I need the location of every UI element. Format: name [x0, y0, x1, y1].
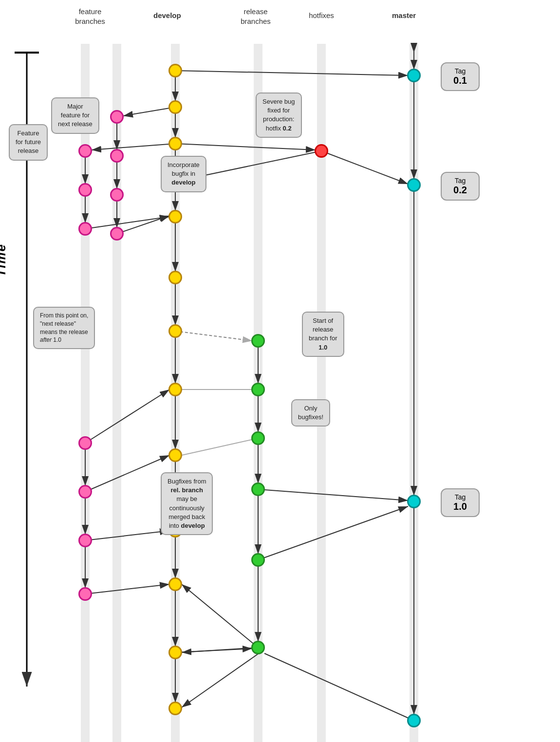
svg-line-59: [264, 653, 414, 721]
feature1-node-3: [78, 222, 92, 236]
svg-line-47: [85, 217, 169, 229]
feature2-node-3: [110, 188, 124, 202]
start-release-bubble: Start ofreleasebranch for1.0: [302, 312, 344, 357]
feature1-node-7: [78, 587, 92, 601]
bugfixes-merged-bubble: Bugfixes fromrel. branchmay becontinuous…: [161, 472, 213, 535]
develop-node-1: [168, 64, 182, 77]
tag-0.1: Tag 0.1: [441, 62, 480, 91]
release-node-1: [251, 334, 265, 348]
svg-line-45: [123, 107, 175, 116]
master-header: master: [392, 11, 416, 20]
git-flow-diagram: { "columns": { "feature_branches": { "la…: [0, 0, 560, 742]
master-node-2: [407, 178, 421, 192]
time-label: Time: [0, 243, 9, 277]
svg-line-60: [175, 649, 252, 652]
release-node-5: [251, 553, 265, 567]
tag-1.0: Tag 1.0: [441, 488, 480, 517]
develop-node-7: [168, 324, 182, 338]
svg-line-50: [182, 438, 258, 455]
feature1-node-4: [78, 436, 92, 450]
svg-line-43: [175, 144, 316, 150]
release-node-2: [251, 383, 265, 396]
release-node-6: [251, 641, 265, 654]
svg-line-46: [117, 216, 169, 234]
svg-line-41: [321, 151, 408, 184]
feature-future-bubble: Featurefor futurerelease: [9, 124, 48, 161]
tag-0.2: Tag 0.2: [441, 172, 480, 201]
hotfixes-header: hotfixes: [297, 11, 346, 20]
svg-line-51: [258, 489, 408, 501]
hotfix-node-1: [315, 144, 328, 158]
develop-node-5: [168, 210, 182, 223]
feature1-node-6: [78, 534, 92, 547]
feature2-node-1: [110, 110, 124, 124]
develop-node-3: [168, 137, 182, 150]
develop-node-11: [168, 577, 182, 591]
master-node-1: [407, 69, 421, 82]
develop-node-6: [168, 271, 182, 284]
feature2-node-4: [110, 227, 124, 241]
feature-branches-header: feature branches: [63, 7, 117, 26]
release-branches-header: release branches: [226, 7, 285, 26]
develop-node-12: [168, 646, 182, 659]
svg-line-55: [85, 455, 169, 492]
severe-bug-bubble: Severe bugfixed forproduction:hotfix 0.2: [256, 93, 302, 138]
incorporate-bugfix-bubble: Incorporatebugfix indevelop: [161, 156, 206, 192]
svg-line-54: [182, 648, 258, 652]
feature1-node-1: [78, 144, 92, 158]
develop-node-2: [168, 100, 182, 114]
feature2-node-2: [110, 149, 124, 163]
release-node-4: [251, 482, 265, 496]
master-node-3: [407, 495, 421, 508]
only-bugfixes-bubble: Onlybugfixes!: [291, 399, 330, 427]
svg-line-57: [85, 584, 169, 594]
svg-line-40: [175, 71, 408, 75]
major-feature-bubble: Majorfeature fornext release: [51, 97, 99, 134]
svg-line-48: [175, 331, 252, 341]
feature1-node-2: [78, 183, 92, 197]
release-node-3: [251, 431, 265, 445]
svg-line-61: [182, 654, 258, 707]
svg-line-52: [258, 506, 408, 560]
develop-node-9: [168, 448, 182, 462]
develop-node-13: [168, 702, 182, 715]
svg-line-56: [85, 531, 169, 540]
develop-node-8: [168, 383, 182, 396]
from-this-point-bubble: From this point on,"next release"means t…: [33, 307, 95, 349]
feature1-node-5: [78, 485, 92, 499]
develop-header: develop: [153, 11, 181, 20]
svg-line-44: [92, 144, 175, 150]
svg-line-53: [182, 584, 258, 648]
svg-line-58: [85, 390, 169, 443]
master-node-4: [407, 714, 421, 727]
